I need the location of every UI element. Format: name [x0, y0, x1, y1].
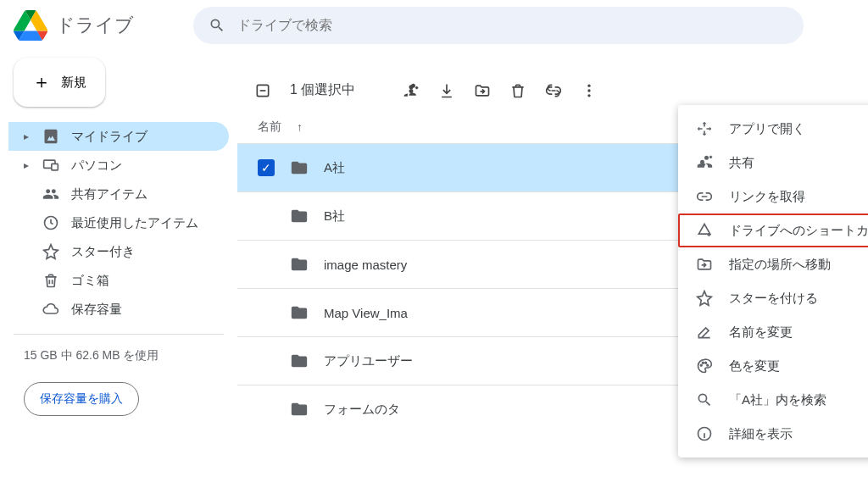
- menu-label: 共有: [729, 155, 754, 171]
- chevron-right-icon: ▸: [24, 159, 31, 171]
- svg-point-4: [588, 84, 591, 86]
- context-menu: アプリで開く › 共有 リンクを取得 ドライブへのショートカットを追加 指定の場…: [678, 105, 868, 458]
- move-icon[interactable]: [474, 82, 491, 99]
- open-with-icon: [695, 120, 714, 137]
- menu-label: 名前を変更: [729, 324, 793, 341]
- palette-icon: [695, 358, 714, 374]
- sidebar-item-starred[interactable]: スター付き: [8, 237, 229, 266]
- app-title: ドライブ: [56, 13, 134, 38]
- link-icon[interactable]: [545, 82, 562, 99]
- menu-label: 詳細を表示: [729, 426, 793, 442]
- sidebar-item-recent[interactable]: 最近使用したアイテム: [8, 208, 229, 237]
- chevron-right-icon: ▸: [24, 130, 31, 142]
- menu-label: 色を変更: [729, 358, 780, 374]
- rename-icon: [695, 324, 714, 341]
- people-icon: [42, 186, 59, 202]
- svg-point-6: [588, 94, 591, 97]
- cloud-icon: [42, 301, 59, 318]
- folder-icon: [290, 352, 309, 370]
- deselect-icon[interactable]: [254, 82, 271, 99]
- sidebar-item-label: 最近使用したアイテム: [71, 215, 198, 231]
- sidebar-item-trash[interactable]: ゴミ箱: [8, 266, 229, 295]
- shortcut-icon: [695, 222, 714, 239]
- share-icon[interactable]: [403, 82, 420, 99]
- row-name: image mastery: [324, 258, 407, 272]
- menu-label: リンクを取得: [729, 189, 805, 205]
- row-name: アプリユーザー: [324, 353, 413, 369]
- download-icon[interactable]: [438, 82, 455, 99]
- folder-icon: [290, 158, 309, 177]
- search-input[interactable]: [237, 18, 788, 33]
- sidebar-item-shared[interactable]: 共有アイテム: [8, 180, 229, 208]
- row-name: B社: [324, 208, 345, 225]
- svg-point-8: [703, 362, 704, 363]
- drive-icon: [42, 128, 59, 145]
- move-to-icon: [695, 256, 714, 273]
- menu-search-within[interactable]: 「A社」内を検索: [678, 383, 868, 417]
- divider: [14, 334, 224, 335]
- sidebar-item-label: マイドライブ: [71, 129, 147, 145]
- menu-label: 「A社」内を検索: [729, 392, 826, 408]
- search-icon: [695, 391, 714, 408]
- new-button-label: 新規: [61, 75, 86, 91]
- folder-icon: [290, 207, 309, 225]
- menu-add-shortcut[interactable]: ドライブへのショートカットを追加: [678, 214, 868, 247]
- menu-open-with[interactable]: アプリで開く ›: [678, 112, 868, 146]
- people-icon: [695, 154, 714, 171]
- sidebar-item-label: パソコン: [71, 158, 122, 174]
- menu-label: ドライブへのショートカットを追加: [729, 223, 868, 239]
- star-icon: [42, 243, 59, 260]
- more-icon[interactable]: [581, 82, 598, 99]
- delete-icon[interactable]: [509, 82, 526, 99]
- menu-change-color[interactable]: 色を変更 ›: [678, 349, 868, 383]
- sidebar-item-label: スター付き: [71, 244, 135, 260]
- menu-show-details[interactable]: 詳細を表示: [678, 417, 868, 451]
- row-name: A社: [324, 160, 345, 176]
- star-icon: [695, 290, 714, 307]
- sidebar-item-label: 共有アイテム: [71, 186, 147, 202]
- menu-label: 指定の場所へ移動: [729, 257, 831, 273]
- trash-icon: [42, 272, 59, 289]
- buy-storage-button[interactable]: 保存容量を購入: [24, 382, 139, 416]
- sidebar-item-computers[interactable]: ▸ パソコン: [8, 151, 229, 180]
- menu-share[interactable]: 共有: [678, 146, 868, 180]
- sort-arrow-icon[interactable]: ↑: [297, 120, 303, 134]
- new-button[interactable]: ＋ 新規: [14, 58, 105, 107]
- plus-icon: ＋: [32, 73, 51, 92]
- menu-get-link[interactable]: リンクを取得: [678, 180, 868, 214]
- menu-move-to[interactable]: 指定の場所へ移動: [678, 247, 868, 281]
- row-name: Map View_Ima: [324, 306, 408, 320]
- svg-point-7: [700, 364, 702, 366]
- drive-logo: [14, 8, 47, 42]
- row-name: フォームのタ: [324, 402, 400, 418]
- search-bar[interactable]: [193, 7, 804, 44]
- info-icon: [695, 425, 714, 442]
- storage-usage-text: 15 GB 中 62.6 MB を使用: [8, 345, 229, 367]
- menu-rename[interactable]: 名前を変更: [678, 315, 868, 349]
- sidebar-item-mydrive[interactable]: ▸ マイドライブ: [8, 122, 229, 151]
- checkbox-icon[interactable]: ✓: [258, 159, 275, 176]
- svg-point-10: [707, 364, 709, 366]
- search-icon: [209, 17, 225, 34]
- svg-point-5: [588, 89, 591, 92]
- menu-label: アプリで開く: [729, 121, 805, 137]
- menu-add-star[interactable]: スターを付ける: [678, 281, 868, 315]
- sidebar-item-label: ゴミ箱: [71, 273, 109, 289]
- svg-point-9: [705, 362, 707, 363]
- selection-count: 1 個選択中: [290, 81, 355, 99]
- clock-icon: [42, 214, 59, 231]
- menu-label: スターを付ける: [729, 291, 818, 307]
- folder-icon: [290, 303, 309, 322]
- folder-icon: [290, 400, 309, 419]
- sidebar-item-storage[interactable]: 保存容量: [8, 295, 229, 324]
- devices-icon: [42, 157, 59, 174]
- svg-rect-1: [52, 164, 58, 170]
- sidebar-item-label: 保存容量: [71, 302, 122, 318]
- link-icon: [695, 188, 714, 205]
- folder-icon: [290, 255, 309, 274]
- column-name[interactable]: 名前: [258, 119, 281, 135]
